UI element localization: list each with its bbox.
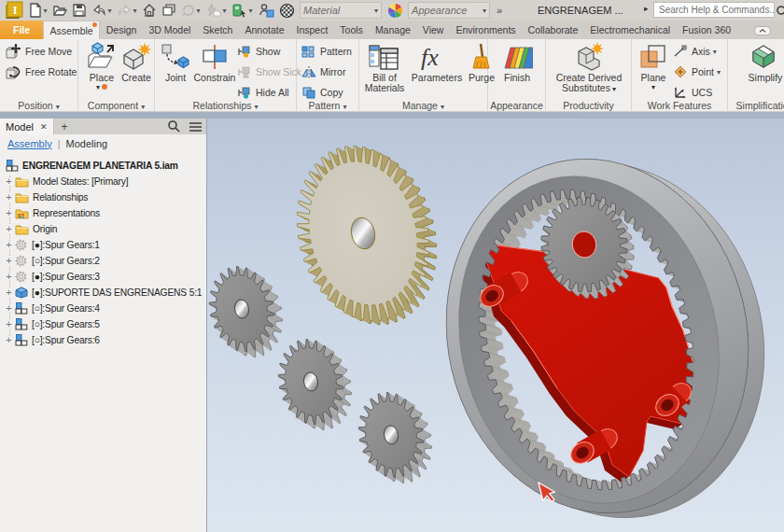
tree-row[interactable]: +Model States: [Primary]: [0, 174, 206, 189]
qat-home-button[interactable]: [139, 1, 159, 20]
tab-manage[interactable]: Manage: [369, 21, 416, 39]
inventor-logo[interactable]: I: [5, 1, 23, 20]
update-icon[interactable]: [181, 3, 196, 18]
free-move-button[interactable]: Free Move: [5, 43, 72, 60]
joint-button[interactable]: Joint: [159, 41, 192, 83]
dropdown-arrow-icon[interactable]: ▾: [44, 7, 48, 15]
free-rotate-button[interactable]: Free Rotate: [5, 63, 77, 80]
parameters-icon[interactable]: fx: [419, 42, 455, 72]
tree-row[interactable]: +Relationships: [0, 189, 206, 205]
tree-row[interactable]: +[●]:Spur Gears:3: [0, 269, 206, 285]
switch-windows-icon[interactable]: [161, 3, 176, 18]
tab-environments[interactable]: Environments: [450, 21, 522, 39]
expander-plus-icon[interactable]: +: [5, 257, 13, 265]
panel-label[interactable]: Manage▾: [359, 100, 487, 111]
constrain-icon[interactable]: [199, 42, 231, 72]
hamburger-icon[interactable]: [189, 121, 203, 133]
expander-plus-icon[interactable]: +: [5, 336, 13, 344]
show-sick-button[interactable]: Show Sick: [237, 63, 301, 80]
free-move-icon[interactable]: [5, 44, 21, 60]
qat-overflow-icon[interactable]: »: [497, 5, 502, 16]
tree-row[interactable]: +Representations: [0, 205, 206, 221]
tree-row[interactable]: ENGRENAGEM PLANETARIA 5.iam: [0, 158, 206, 174]
ucs-button[interactable]: UCS: [673, 84, 712, 101]
tab-file[interactable]: File: [0, 21, 43, 39]
search-icon[interactable]: [776, 5, 784, 18]
point-icon[interactable]: [673, 65, 688, 78]
qat-open-button[interactable]: [49, 1, 69, 20]
material-tool-icon[interactable]: [231, 3, 248, 18]
panel-label[interactable]: Position▾: [0, 100, 77, 111]
show-button[interactable]: Show: [237, 43, 280, 60]
tree-row[interactable]: +[○]:Spur Gears:2: [0, 253, 206, 269]
show-sick-icon[interactable]: [237, 66, 252, 78]
undo-icon[interactable]: [91, 3, 107, 18]
user-cube-icon[interactable]: [258, 3, 274, 18]
bill-of-materials-button[interactable]: Bill of Materials: [362, 41, 407, 93]
material-combo[interactable]: Material▾: [300, 2, 382, 19]
expander-plus-icon[interactable]: +: [5, 193, 13, 202]
qat-user-cube-button[interactable]: [255, 1, 276, 20]
constrain-button[interactable]: Constrain: [190, 41, 239, 83]
bill-of-materials-icon[interactable]: [368, 42, 401, 72]
search-icon[interactable]: [167, 119, 180, 133]
panel-label[interactable]: Work Features: [632, 100, 727, 111]
finish-icon[interactable]: [501, 42, 533, 72]
browser-tab-model[interactable]: Model ✕: [0, 119, 54, 134]
tree-row[interactable]: +[○]:Spur Gears:4: [0, 301, 206, 316]
hide-all-button[interactable]: Hide All: [237, 84, 289, 101]
qat-redo-button[interactable]: ▾: [114, 1, 139, 20]
qat-inventor-logo-button[interactable]: I: [2, 1, 25, 20]
simplify-button[interactable]: Simplify: [745, 41, 784, 83]
expander-plus-icon[interactable]: +: [5, 177, 13, 186]
copy-button[interactable]: Copy: [301, 84, 343, 101]
add-browser-tab-button[interactable]: +: [54, 119, 76, 134]
create-icon[interactable]: [120, 42, 152, 72]
tab-electromechanical[interactable]: Electromechanical: [584, 21, 677, 39]
tree-row[interactable]: +[○]:Spur Gears:6: [0, 332, 206, 348]
dropdown-arrow-icon[interactable]: ▾: [108, 7, 112, 15]
dropdown-arrow-icon[interactable]: ▾: [197, 7, 201, 15]
browser-menu-button[interactable]: [189, 120, 203, 133]
subtab-modeling[interactable]: Modeling: [66, 138, 108, 149]
place-icon[interactable]: [86, 42, 118, 72]
qat-undo-button[interactable]: ▾: [89, 1, 114, 20]
panel-label[interactable]: Relationships▾: [155, 100, 296, 111]
mirror-button[interactable]: Mirror: [301, 63, 345, 80]
expander-plus-icon[interactable]: +: [5, 304, 13, 313]
tab-collaborate[interactable]: Collaborate: [522, 21, 584, 39]
tab-design[interactable]: Design: [100, 21, 143, 39]
ucs-icon[interactable]: [673, 86, 688, 99]
simplify-icon[interactable]: [749, 42, 781, 72]
lightning-icon[interactable]: [205, 3, 222, 18]
axis-icon[interactable]: [673, 45, 688, 58]
qat-switch-win-button[interactable]: [159, 1, 178, 20]
qat-new-file-button[interactable]: ▾: [25, 1, 49, 20]
search-box[interactable]: Search Help & Commands...: [653, 2, 775, 18]
show-icon[interactable]: [237, 46, 252, 58]
dropdown-arrow-icon[interactable]: ▾: [223, 7, 227, 15]
axis-button[interactable]: Axis▾: [673, 43, 717, 60]
tab-annotate[interactable]: Annotate: [239, 21, 290, 39]
place-button[interactable]: Place▾: [85, 41, 119, 91]
panel-label[interactable]: Simplification: [728, 100, 784, 111]
tab-tools[interactable]: Tools: [334, 21, 370, 39]
qat-search-button[interactable]: [776, 2, 784, 21]
ribbon-collapse-icon[interactable]: [754, 26, 771, 35]
panel-label[interactable]: Pattern▾: [297, 100, 358, 111]
title-expand-icon[interactable]: ▸: [644, 4, 649, 13]
expander-plus-icon[interactable]: +: [5, 209, 13, 217]
expander-plus-icon[interactable]: +: [5, 241, 13, 249]
tab-sketch[interactable]: Sketch: [197, 21, 239, 39]
point-button[interactable]: Point▾: [673, 63, 721, 80]
new-file-icon[interactable]: [28, 3, 43, 18]
tab-assemble[interactable]: Assemble: [43, 21, 100, 39]
joint-icon[interactable]: [160, 42, 191, 72]
mirror-icon[interactable]: [301, 66, 316, 78]
tree-row[interactable]: +[○]:Spur Gears:5: [0, 316, 206, 332]
qat-material-tool-button[interactable]: ▾: [229, 1, 255, 20]
copy-icon[interactable]: [301, 87, 316, 99]
plane-icon[interactable]: [637, 42, 669, 72]
expander-plus-icon[interactable]: +: [5, 288, 13, 297]
expander-plus-icon[interactable]: +: [5, 320, 13, 329]
